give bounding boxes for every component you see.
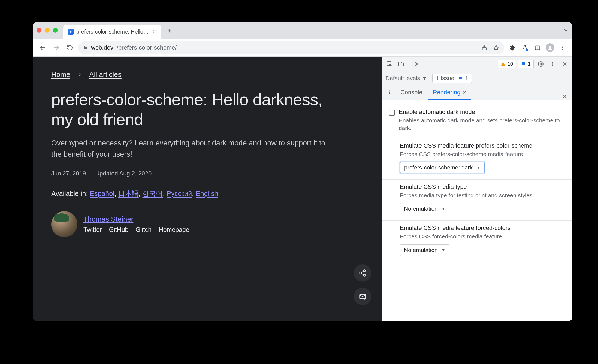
issues-pill[interactable]: 1 Issue: 1	[432, 74, 472, 83]
section-title: Emulate CSS media type	[400, 183, 565, 190]
messages-count: 1	[528, 61, 531, 67]
lang-link[interactable]: 日本語	[118, 190, 139, 197]
device-toggle-button[interactable]	[396, 59, 406, 69]
author-link-twitter[interactable]: Twitter	[83, 226, 102, 233]
page-title: prefers-color-scheme: Hello darkness, my…	[51, 90, 324, 129]
devtools-menu-button[interactable]	[548, 59, 558, 69]
minimize-window-button[interactable]	[45, 28, 50, 33]
tab-overflow-button[interactable]	[563, 28, 569, 33]
author-name[interactable]: Thomas Steiner	[83, 215, 189, 223]
browser-window: ➤ prefers-color-scheme: Hello da ✕ ＋ web…	[33, 22, 572, 321]
tab-rendering[interactable]: Rendering ✕	[428, 85, 471, 100]
issues-label: 1 Issue:	[436, 75, 456, 81]
floating-actions	[354, 264, 371, 305]
messages-badge[interactable]: 1	[518, 60, 534, 68]
author-links: Twitter GitHub Glitch Homepage	[83, 226, 189, 233]
article-page: Home All articles prefers-color-scheme: …	[33, 57, 382, 321]
auto-dark-mode-checkbox[interactable]	[389, 110, 395, 116]
svg-point-9	[562, 45, 563, 46]
drawer-menu-button[interactable]	[385, 85, 394, 100]
chevron-down-icon: ▼	[476, 165, 480, 170]
drawer-close-button[interactable]: ✕	[559, 93, 570, 100]
drawer-tabs: Console Rendering ✕ ✕	[382, 85, 572, 100]
inspect-element-button[interactable]	[385, 59, 394, 69]
section-media-type: Emulate CSS media type Forces media type…	[382, 180, 572, 221]
lang-link[interactable]: Русский	[167, 190, 192, 197]
svg-line-16	[361, 274, 364, 275]
window-controls	[37, 28, 58, 33]
breadcrumb-all-articles[interactable]: All articles	[89, 70, 121, 79]
warnings-count: 10	[507, 61, 513, 67]
svg-point-28	[552, 65, 553, 66]
section-description: Forces CSS prefers-color-scheme media fe…	[400, 150, 565, 158]
side-panel-button[interactable]	[532, 42, 543, 53]
avatar-icon	[546, 43, 554, 52]
devtools-settings-button[interactable]	[536, 59, 546, 69]
section-description: Forces media type for testing print and …	[400, 192, 565, 199]
lang-link[interactable]: Español	[90, 190, 114, 197]
extensions-button[interactable]	[507, 42, 518, 53]
svg-point-31	[389, 90, 390, 91]
svg-line-15	[361, 271, 364, 273]
language-list: Available in: Español, 日本語, 한국어, Русский…	[51, 189, 363, 198]
author-link-glitch[interactable]: Glitch	[135, 226, 152, 233]
menu-button[interactable]	[557, 42, 568, 53]
svg-point-8	[549, 46, 551, 48]
svg-point-11	[562, 49, 563, 50]
prefers-color-scheme-select[interactable]: prefers-color-scheme: dark ▼	[400, 162, 485, 173]
tab-title: prefers-color-scheme: Hello da	[76, 29, 150, 35]
rendering-panel: Enable automatic dark mode Enables autom…	[382, 100, 572, 321]
tab-console[interactable]: Console	[396, 85, 427, 100]
devtools-close-button[interactable]	[560, 59, 570, 69]
profile-button[interactable]	[545, 42, 555, 53]
close-tab-icon[interactable]: ✕	[463, 89, 467, 95]
close-window-button[interactable]	[37, 28, 41, 33]
lang-link[interactable]: 한국어	[142, 190, 163, 197]
bookmark-star-icon[interactable]	[493, 44, 499, 51]
svg-point-32	[389, 92, 390, 93]
page-subtitle: Overhyped or necessity? Learn everything…	[51, 138, 329, 160]
svg-point-26	[552, 62, 553, 63]
content-area: Home All articles prefers-color-scheme: …	[33, 57, 572, 321]
chevron-down-icon: ▼	[442, 248, 445, 252]
author-link-github[interactable]: GitHub	[109, 226, 129, 233]
issues-count: 1	[465, 75, 468, 81]
log-levels-dropdown[interactable]: Default levels ▼	[386, 75, 427, 81]
svg-point-13	[360, 272, 362, 274]
tab-strip: ➤ prefers-color-scheme: Hello da ✕ ＋	[33, 22, 572, 39]
subscribe-button[interactable]	[354, 288, 371, 305]
more-tabs-button[interactable]	[412, 59, 421, 69]
section-title: Enable automatic dark mode	[399, 108, 565, 116]
devtools-toolbar: 10 1	[382, 57, 572, 71]
chevron-right-icon	[77, 72, 82, 77]
share-icon[interactable]	[481, 45, 487, 51]
browser-toolbar: web.dev/prefers-color-scheme/	[33, 39, 572, 57]
maximize-window-button[interactable]	[53, 28, 58, 33]
devtools-panel: 10 1	[382, 57, 572, 321]
section-title: Emulate CSS media feature forced-colors	[400, 225, 565, 232]
new-tab-button[interactable]: ＋	[165, 25, 174, 35]
browser-tab[interactable]: ➤ prefers-color-scheme: Hello da ✕	[63, 25, 161, 39]
media-type-select[interactable]: No emulation ▼	[400, 203, 449, 214]
select-value: No emulation	[404, 247, 438, 253]
reload-button[interactable]	[64, 42, 75, 53]
address-bar[interactable]: web.dev/prefers-color-scheme/	[78, 41, 504, 54]
favicon-icon: ➤	[68, 29, 74, 35]
forced-colors-select[interactable]: No emulation ▼	[400, 244, 449, 256]
url-host: web.dev	[91, 44, 113, 51]
share-button[interactable]	[354, 264, 371, 282]
svg-point-33	[389, 93, 390, 94]
languages-label: Available in:	[51, 190, 90, 197]
svg-rect-23	[503, 63, 504, 65]
svg-rect-2	[84, 47, 87, 49]
author-link-homepage[interactable]: Homepage	[159, 226, 189, 233]
close-tab-icon[interactable]: ✕	[153, 29, 157, 35]
lang-link[interactable]: English	[196, 190, 218, 197]
forward-button[interactable]	[51, 42, 62, 53]
back-button[interactable]	[37, 42, 48, 53]
warnings-badge[interactable]: 10	[498, 60, 516, 68]
labs-button[interactable]	[520, 42, 530, 53]
url-path: /prefers-color-scheme/	[117, 44, 177, 51]
breadcrumb: Home All articles	[51, 70, 363, 79]
breadcrumb-home[interactable]: Home	[51, 70, 70, 79]
